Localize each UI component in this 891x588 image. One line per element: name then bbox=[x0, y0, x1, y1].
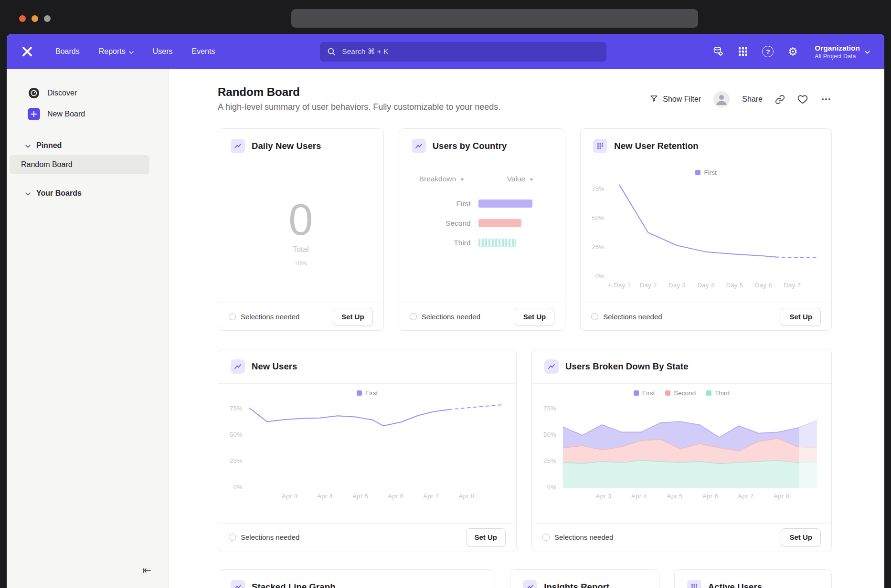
retention-line-chart: First75%50%25%0%< Day 1Day 2Day 3Day 4Da… bbox=[581, 169, 831, 294]
nav-item-users[interactable]: Users bbox=[153, 47, 173, 56]
chevron-down-icon bbox=[25, 141, 31, 150]
y-axis-label: 50% bbox=[581, 214, 605, 221]
line-chart-icon bbox=[231, 139, 245, 153]
data-management-icon[interactable] bbox=[711, 45, 724, 58]
retention-grid-icon bbox=[687, 580, 701, 588]
help-icon[interactable]: ? bbox=[762, 46, 774, 57]
search-input[interactable] bbox=[320, 42, 606, 62]
x-axis-label: Apr 4 bbox=[631, 493, 647, 500]
collapse-sidebar-icon[interactable]: ⇤ bbox=[143, 564, 151, 577]
card-title: Insights Report bbox=[544, 582, 609, 588]
set-up-button[interactable]: Set Up bbox=[515, 308, 555, 326]
status-label: Selections needed bbox=[554, 533, 613, 541]
copy-link-icon[interactable] bbox=[775, 94, 785, 105]
board-actions: Show Filter Share bbox=[649, 91, 832, 107]
x-axis-label: Apr 6 bbox=[388, 493, 403, 500]
search-bar[interactable] bbox=[320, 42, 606, 62]
legend-item: Third bbox=[706, 389, 730, 397]
sidebar-section-label: Pinned bbox=[36, 141, 62, 150]
card-title: Stacked Line Graph bbox=[252, 582, 336, 588]
org-switcher[interactable]: Organization All Project Data bbox=[815, 44, 870, 60]
x-axis-label: Day 6 bbox=[755, 282, 772, 289]
radio-circle-icon bbox=[229, 534, 236, 541]
x-axis-label: < Day 1 bbox=[608, 282, 631, 289]
apps-grid-icon[interactable] bbox=[737, 45, 749, 58]
app-window: BoardsReportsUsersEvents bbox=[7, 34, 884, 588]
card-users-by-state: Users Broken Down By State FirstSecondTh… bbox=[531, 349, 832, 551]
status-selections-needed: Selections needed bbox=[591, 313, 662, 321]
status-selections-needed: Selections needed bbox=[229, 313, 299, 321]
chart-plot: 75%50%25%0%< Day 1Day 2Day 3Day 4Day 5Da… bbox=[581, 178, 831, 294]
x-axis-label: Apr 7 bbox=[738, 493, 754, 500]
legend-label: First bbox=[704, 169, 716, 176]
x-axis-label: Apr 5 bbox=[667, 493, 683, 500]
chart-plot: 75%50%25%0%Apr 3Apr 4Apr 5Apr 6Apr 7Apr … bbox=[218, 399, 516, 505]
page-title: Random Board bbox=[218, 85, 500, 99]
sidebar-section-label: Your Boards bbox=[36, 189, 82, 198]
status-selections-needed: Selections needed bbox=[410, 313, 480, 321]
radio-circle-icon bbox=[410, 313, 417, 320]
zoom-window-button[interactable] bbox=[44, 15, 51, 22]
line-chart-icon bbox=[231, 580, 245, 588]
nav-items: BoardsReportsUsersEvents bbox=[55, 47, 215, 56]
x-axis-label: Apr 3 bbox=[282, 493, 297, 500]
set-up-button[interactable]: Set Up bbox=[333, 308, 373, 326]
x-axis-label: Day 5 bbox=[726, 282, 743, 289]
sidebar-item-random-board[interactable]: Random Board bbox=[10, 155, 149, 174]
country-row: Second bbox=[399, 219, 565, 227]
chevron-down-icon bbox=[865, 47, 870, 56]
org-project: All Project Data bbox=[815, 53, 860, 60]
x-axis-label: Apr 5 bbox=[352, 493, 368, 500]
sidebar-item-discover[interactable]: Discover bbox=[7, 83, 169, 104]
y-axis-label: 0% bbox=[532, 483, 556, 491]
minimize-window-button[interactable] bbox=[32, 15, 38, 22]
card-title: Daily New Users bbox=[252, 141, 321, 151]
close-window-button[interactable] bbox=[19, 15, 26, 22]
set-up-button[interactable]: Set Up bbox=[781, 308, 821, 326]
value-dropdown[interactable]: Value bbox=[507, 175, 534, 183]
set-up-button[interactable]: Set Up bbox=[781, 528, 821, 546]
nav-item-events[interactable]: Events bbox=[192, 47, 215, 56]
nav-item-label: Events bbox=[192, 47, 215, 56]
sidebar-item-label: Discover bbox=[47, 89, 77, 97]
mixpanel-logo-icon[interactable] bbox=[21, 45, 33, 58]
legend-item: Second bbox=[665, 389, 696, 397]
chart-plot: 75%50%25%0%Apr 3Apr 4Apr 5Apr 6Apr 7Apr … bbox=[532, 399, 831, 505]
legend-item: First bbox=[695, 169, 716, 176]
x-axis-label: Apr 3 bbox=[596, 493, 612, 500]
card-new-users: New Users First75%50%25%0%Apr 3Apr 4Apr … bbox=[218, 349, 517, 551]
avatar[interactable] bbox=[713, 91, 730, 107]
new-board-plus-icon bbox=[28, 108, 40, 120]
browser-address-bar[interactable] bbox=[291, 9, 698, 28]
card-stacked-line-graph: Stacked Line Graph bbox=[218, 569, 495, 588]
sidebar-item-new-board[interactable]: New Board bbox=[7, 104, 169, 125]
line-chart-icon bbox=[523, 580, 537, 588]
nav-item-reports[interactable]: Reports bbox=[99, 47, 134, 56]
breakdown-dropdown[interactable]: Breakdown bbox=[419, 175, 507, 183]
country-row-bar bbox=[478, 239, 516, 247]
line-chart-icon bbox=[231, 359, 245, 374]
country-row-label: Second bbox=[399, 219, 471, 228]
show-filter-button[interactable]: Show Filter bbox=[649, 94, 701, 105]
nav-item-boards[interactable]: Boards bbox=[55, 47, 80, 56]
legend-item: First bbox=[634, 389, 655, 397]
sidebar-item-label: Random Board bbox=[21, 160, 73, 169]
status-label: Selections needed bbox=[422, 313, 480, 321]
sidebar-section-your-boards[interactable]: Your Boards bbox=[7, 185, 169, 202]
legend-label: First bbox=[365, 389, 378, 397]
y-axis-label: 25% bbox=[532, 457, 556, 464]
line-chart-icon bbox=[544, 359, 559, 374]
card-daily-new-users: Daily New Users 0 Total ↑0% Selections n… bbox=[218, 128, 384, 331]
country-row: Third bbox=[399, 239, 565, 247]
settings-gear-icon[interactable]: ⚙ bbox=[786, 45, 799, 58]
set-up-button[interactable]: Set Up bbox=[466, 528, 506, 546]
x-axis-label: Apr 4 bbox=[317, 493, 333, 500]
sidebar-section-pinned[interactable]: Pinned bbox=[7, 137, 169, 154]
share-button[interactable]: Share bbox=[742, 95, 763, 104]
more-options-icon[interactable] bbox=[820, 94, 832, 105]
radio-circle-icon bbox=[542, 534, 550, 541]
country-row-bar bbox=[478, 219, 521, 227]
filter-funnel-icon bbox=[649, 94, 658, 105]
legend-swatch-icon bbox=[357, 390, 362, 396]
favorite-heart-icon[interactable] bbox=[797, 94, 808, 105]
